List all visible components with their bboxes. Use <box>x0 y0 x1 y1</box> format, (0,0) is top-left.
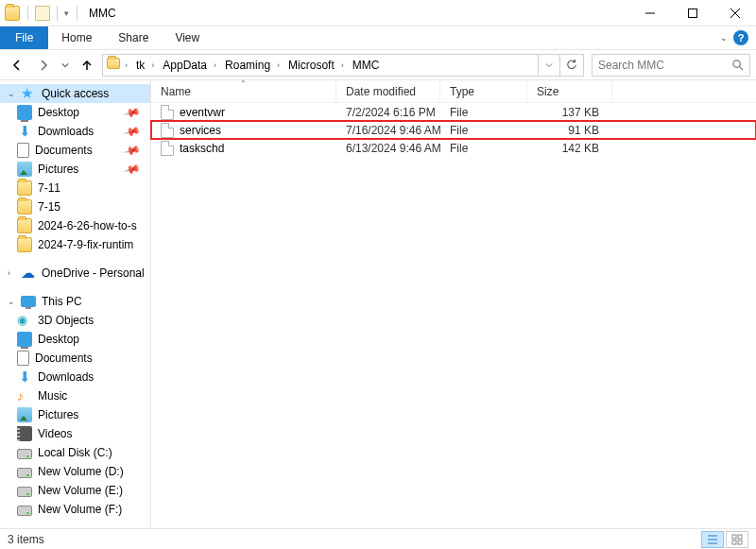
sidebar-item-desktop[interactable]: Desktop📌 <box>0 103 150 122</box>
svg-rect-13 <box>738 540 742 544</box>
sidebar-item-folder[interactable]: 7-15 <box>0 197 150 216</box>
sidebar-item-drive[interactable]: New Volume (D:) <box>0 462 150 481</box>
maximize-button[interactable] <box>671 0 713 26</box>
column-headers: ⌃Name Date modified Type Size <box>151 80 756 103</box>
sidebar-quick-access[interactable]: ⌄ ★ Quick access <box>0 84 150 103</box>
svg-line-6 <box>739 66 743 70</box>
expand-ribbon-chevron-icon[interactable]: ⌄ <box>720 33 733 43</box>
address-history-chevron-icon[interactable] <box>538 55 560 76</box>
ribbon-tab-view[interactable]: View <box>162 26 213 49</box>
file-type: File <box>440 124 527 137</box>
file-date: 6/13/2024 9:46 AM <box>336 142 440 155</box>
sidebar-item-label: 2024-7-9-fix-runtim <box>38 238 133 251</box>
ribbon-file-tab[interactable]: File <box>0 26 48 49</box>
sidebar-item-label: Videos <box>38 427 72 440</box>
window-title: MMC <box>81 7 116 20</box>
back-button[interactable] <box>6 54 28 77</box>
file-row[interactable]: services7/16/2024 9:46 AMFile91 KB <box>151 121 756 139</box>
drive-icon <box>17 468 32 478</box>
qat-separator <box>27 6 28 21</box>
search-input[interactable]: Search MMC <box>592 54 750 77</box>
sidebar-item-3d-objects[interactable]: ◉3D Objects <box>0 311 150 330</box>
sidebar-item-label: Downloads <box>38 370 94 384</box>
ribbon-tabs: File Home Share View ⌄ ? <box>0 26 756 50</box>
sidebar-item-drive[interactable]: Local Disk (C:) <box>0 443 150 462</box>
document-icon <box>17 143 29 158</box>
star-icon: ★ <box>21 86 36 101</box>
close-button[interactable] <box>713 0 756 26</box>
file-row[interactable]: taskschd6/13/2024 9:46 AMFile142 KB <box>151 139 756 157</box>
sidebar-item-label: Desktop <box>38 333 79 346</box>
breadcrumb-segment[interactable]: MMC <box>347 55 384 76</box>
cloud-icon: ☁ <box>21 266 36 281</box>
file-list-pane: ⌃Name Date modified Type Size eventvwr7/… <box>151 80 756 528</box>
sidebar-item-pictures[interactable]: Pictures <box>0 405 150 424</box>
file-type: File <box>440 106 527 119</box>
file-row[interactable]: eventvwr7/2/2024 6:16 PMFile137 KB <box>151 103 756 121</box>
sidebar-this-pc[interactable]: ⌄This PC <box>0 292 150 311</box>
pin-icon: 📌 <box>123 160 142 179</box>
sidebar-item-drive[interactable]: New Volume (E:) <box>0 481 150 500</box>
sidebar-item-label: 7-11 <box>38 181 60 195</box>
file-icon <box>161 141 174 156</box>
breadcrumb-chevron-icon[interactable]: › <box>148 55 157 76</box>
qat-customize-chevron-icon[interactable]: ▾ <box>64 9 69 18</box>
sidebar-item-folder[interactable]: 7-11 <box>0 179 150 197</box>
minimize-button[interactable] <box>628 0 671 26</box>
pictures-icon <box>17 407 32 422</box>
breadcrumb-chevron-icon[interactable]: › <box>274 55 283 76</box>
address-folder-icon <box>107 58 120 72</box>
address-bar[interactable]: › tk› AppData› Roaming› Microsoft› MMC <box>102 54 584 77</box>
column-header-size[interactable]: Size <box>527 80 612 102</box>
sidebar-item-desktop[interactable]: Desktop <box>0 330 150 349</box>
ribbon-tab-home[interactable]: Home <box>48 26 105 49</box>
view-large-icons-button[interactable] <box>726 531 748 548</box>
file-name: taskschd <box>180 142 224 155</box>
breadcrumb-root-chevron-icon[interactable]: › <box>122 55 130 76</box>
sidebar-item-folder[interactable]: 2024-7-9-fix-runtim <box>0 235 150 254</box>
column-header-date[interactable]: Date modified <box>336 80 440 102</box>
sidebar-item-downloads[interactable]: ⬇Downloads <box>0 368 150 386</box>
sidebar-item-label: New Volume (E:) <box>38 484 123 497</box>
status-item-count: 3 items <box>8 533 44 546</box>
sidebar-item-music[interactable]: ♪Music <box>0 386 150 405</box>
pin-icon: 📌 <box>123 141 142 160</box>
qat-separator <box>57 6 58 21</box>
help-icon[interactable]: ? <box>733 30 748 45</box>
sidebar-item-label: Desktop <box>38 106 79 119</box>
recent-locations-chevron-icon[interactable] <box>59 54 72 77</box>
sidebar-item-documents[interactable]: Documents📌 <box>0 141 150 160</box>
refresh-button[interactable] <box>560 55 583 76</box>
file-icon <box>161 123 174 138</box>
breadcrumb-segment[interactable]: Microsoft <box>283 55 338 76</box>
sidebar-item-label: New Volume (D:) <box>38 465 124 478</box>
breadcrumb-segment[interactable]: Roaming <box>219 55 274 76</box>
breadcrumb-segment[interactable]: tk <box>130 55 148 76</box>
pictures-icon <box>17 162 32 177</box>
tree-caret-icon: ⌄ <box>8 297 15 306</box>
breadcrumb-segment[interactable]: AppData <box>157 55 211 76</box>
drive-icon <box>17 449 32 459</box>
sidebar-item-documents[interactable]: Documents <box>0 349 150 368</box>
breadcrumb-chevron-icon[interactable]: › <box>211 55 219 76</box>
sidebar-item-videos[interactable]: Videos <box>0 424 150 443</box>
navigation-bar: › tk› AppData› Roaming› Microsoft› MMC S… <box>0 50 756 80</box>
sidebar-item-pictures[interactable]: Pictures📌 <box>0 160 150 179</box>
sidebar-onedrive[interactable]: ›☁OneDrive - Personal <box>0 264 150 283</box>
sidebar-item-downloads[interactable]: ⬇Downloads📌 <box>0 122 150 141</box>
column-header-type[interactable]: Type <box>440 80 527 102</box>
qat-properties-icon[interactable] <box>35 6 50 21</box>
view-details-button[interactable] <box>701 531 724 548</box>
breadcrumb-chevron-icon[interactable]: › <box>338 55 347 76</box>
sidebar-item-drive[interactable]: New Volume (F:) <box>0 500 150 519</box>
up-button[interactable] <box>76 54 98 77</box>
sidebar-label: OneDrive - Personal <box>42 266 145 280</box>
sidebar-label: This PC <box>42 295 82 308</box>
file-date: 7/2/2024 6:16 PM <box>336 106 440 119</box>
ribbon-tab-share[interactable]: Share <box>105 26 162 49</box>
music-icon: ♪ <box>17 388 32 403</box>
svg-rect-11 <box>738 535 742 539</box>
forward-button[interactable] <box>32 54 55 77</box>
column-header-name[interactable]: ⌃Name <box>151 80 336 102</box>
sidebar-item-folder[interactable]: 2024-6-26-how-to-s <box>0 216 150 235</box>
